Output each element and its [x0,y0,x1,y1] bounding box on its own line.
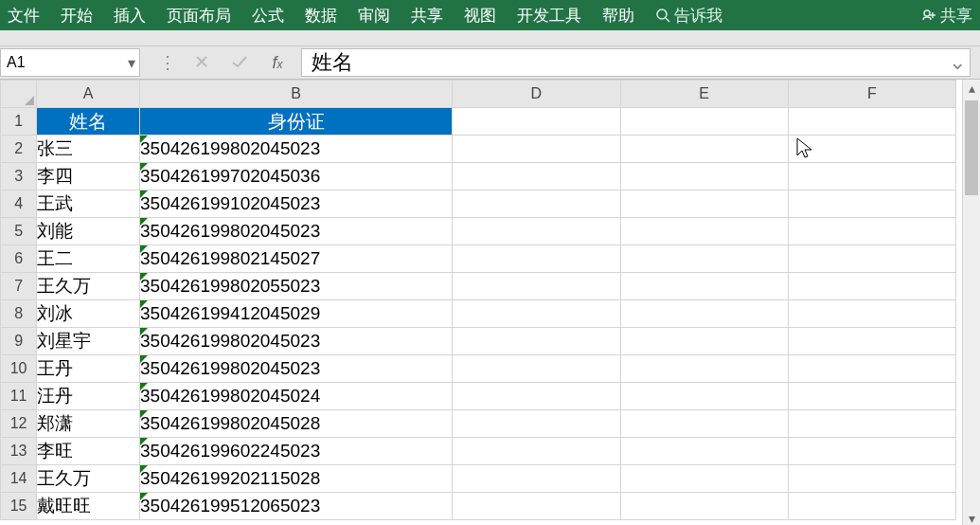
cell[interactable] [788,383,955,410]
cell[interactable]: 350426199602245023 [140,438,453,465]
ribbon-tab-file[interactable]: 文件 [8,5,40,27]
cell[interactable] [620,465,788,493]
row-head[interactable]: 2 [1,136,37,163]
scroll-up-icon[interactable]: ▴ [963,80,980,97]
cell[interactable] [788,218,955,245]
cell[interactable]: 350426199802045024 [140,383,453,410]
cell[interactable] [620,245,788,273]
cell[interactable] [453,273,620,300]
cell[interactable] [620,355,788,383]
expand-formula-icon[interactable]: ⌄ [949,50,966,75]
cell[interactable] [620,300,788,328]
row-head[interactable]: 14 [1,465,37,493]
cell[interactable] [453,465,620,493]
row-head[interactable]: 4 [1,190,37,218]
cell[interactable]: 350426199512065023 [140,493,453,520]
cell[interactable]: 350426199702045036 [140,163,453,190]
scroll-thumb[interactable] [965,100,978,195]
cell[interactable] [620,328,788,355]
cancel-icon[interactable] [189,54,214,72]
row-head[interactable]: 3 [1,163,37,190]
cell[interactable] [620,273,788,300]
header-cell-b[interactable]: 身份证 [140,108,453,136]
cell[interactable]: 李旺 [37,438,140,465]
ribbon-tab-share[interactable]: 共享 [411,5,443,27]
cell[interactable] [788,108,955,136]
cell[interactable] [620,383,788,410]
cell[interactable] [788,273,955,300]
cell[interactable] [788,465,955,493]
row-head[interactable]: 9 [1,328,37,355]
cell[interactable]: 李四 [37,163,140,190]
cell[interactable]: 戴旺旺 [37,493,140,520]
cell[interactable] [453,438,620,465]
cell[interactable] [788,163,955,190]
formula-bar[interactable]: 姓名 ⌄ [301,48,971,77]
vertical-scrollbar[interactable]: ▴ ▾ [962,80,980,525]
ribbon-tab-formula[interactable]: 公式 [252,5,284,27]
chevron-down-icon[interactable]: ▾ [128,54,135,72]
cell[interactable]: 350426199802045023 [140,328,453,355]
cell[interactable] [453,190,620,218]
col-head-f[interactable]: F [788,81,955,108]
cell[interactable]: 350426199102045023 [140,190,453,218]
ribbon-tab-data[interactable]: 数据 [305,5,337,27]
row-head[interactable]: 11 [1,383,37,410]
cell[interactable] [620,190,788,218]
row-head[interactable]: 15 [1,493,37,520]
cell[interactable] [620,136,788,163]
col-head-d[interactable]: D [453,81,620,108]
cell[interactable]: 张三 [37,136,140,163]
cell[interactable]: 350426199802045023 [140,136,453,163]
select-all-corner[interactable] [1,81,37,108]
cell[interactable] [788,438,955,465]
cell[interactable] [453,355,620,383]
ribbon-tab-review[interactable]: 审阅 [358,5,390,27]
cell[interactable] [453,300,620,328]
cell[interactable] [788,410,955,438]
cell[interactable] [620,108,788,136]
name-box[interactable]: A1 ▾ [0,48,140,77]
col-head-a[interactable]: A [37,81,140,108]
cell[interactable]: 王久万 [37,273,140,300]
cell[interactable] [788,355,955,383]
row-head[interactable]: 6 [1,245,37,273]
cell[interactable] [620,163,788,190]
accept-icon[interactable] [227,54,252,72]
cell[interactable] [788,300,955,328]
cell[interactable] [453,410,620,438]
cell[interactable] [453,493,620,520]
header-cell-a[interactable]: 姓名 [37,108,140,136]
col-head-e[interactable]: E [620,81,788,108]
ribbon-tab-layout[interactable]: 页面布局 [167,5,231,27]
cell[interactable] [453,163,620,190]
cell[interactable]: 刘星宇 [37,328,140,355]
cell[interactable]: 王久万 [37,465,140,493]
cell[interactable]: 王武 [37,190,140,218]
row-head[interactable]: 8 [1,300,37,328]
row-head[interactable]: 5 [1,218,37,245]
share-button[interactable]: 共享 [921,5,972,27]
ribbon-tab-help[interactable]: 帮助 [602,5,634,27]
cell[interactable] [620,438,788,465]
ribbon-tab-home[interactable]: 开始 [61,5,93,27]
cell[interactable]: 王二 [37,245,140,273]
cell[interactable]: 350426199802045028 [140,410,453,438]
cell[interactable] [620,493,788,520]
grid-main[interactable]: A B D E F 1 姓名 身份证 2张三350426199802045023… [0,80,962,525]
cell[interactable]: 刘能 [37,218,140,245]
cell[interactable] [453,383,620,410]
cell[interactable]: 350426199802045023 [140,355,453,383]
cell[interactable]: 350426199802055023 [140,273,453,300]
cell[interactable]: 汪丹 [37,383,140,410]
cell[interactable]: 郑潇 [37,410,140,438]
more-icon[interactable]: ⋮ [159,54,176,71]
scroll-down-icon[interactable]: ▾ [963,510,980,525]
row-head[interactable]: 7 [1,273,37,300]
cell[interactable] [453,136,620,163]
cell[interactable] [788,190,955,218]
cell[interactable]: 350426199802045023 [140,218,453,245]
cell[interactable] [453,218,620,245]
cell[interactable]: 350426199412045029 [140,300,453,328]
cell[interactable] [453,108,620,136]
